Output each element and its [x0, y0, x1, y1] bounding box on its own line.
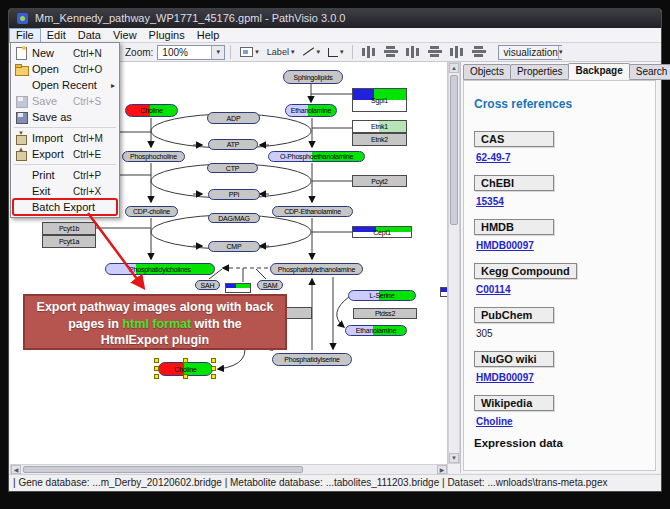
ethanolamine-top-node[interactable]: Ethanolamine [285, 104, 337, 117]
menu-item-new[interactable]: NewCtrl+N [11, 45, 119, 61]
label-tool-button[interactable]: Label ▾ [264, 44, 298, 60]
xref-section-title: ChEBI [474, 175, 554, 191]
canvas-vscrollbar[interactable]: ▲ ▼ [448, 62, 460, 464]
gene-under-annotation-node[interactable] [225, 283, 251, 293]
match-width-icon[interactable] [450, 46, 464, 58]
gene-partial-right-node[interactable] [285, 307, 312, 319]
window-title: Mm_Kennedy_pathway_WP1771_45176.gpml - P… [35, 12, 345, 24]
cept1-node[interactable]: Cept1 [352, 226, 412, 238]
menu-separator [14, 127, 116, 128]
sah-node[interactable]: SAH [195, 280, 220, 290]
choline-top-node[interactable]: Choline [125, 104, 178, 117]
phosphatidylserine-node[interactable]: Phosphatidylserine [272, 353, 352, 366]
etnk1-node[interactable]: Etnk1 [352, 120, 407, 133]
hscroll-thumb[interactable] [23, 466, 303, 473]
adp-node[interactable]: ADP [207, 112, 260, 124]
cdp-choline-node[interactable]: CDP-choline [125, 206, 178, 217]
distribute-horizontal-icon[interactable] [406, 46, 420, 58]
screenshot-root: Mm_Kennedy_pathway_WP1771_45176.gpml - P… [0, 0, 670, 509]
chevron-down-icon[interactable]: ▾ [211, 46, 224, 59]
distribute-vertical-icon[interactable] [428, 46, 442, 58]
ctp-node[interactable]: CTP [207, 163, 258, 173]
sgpl1-node[interactable]: Sgpl1 [352, 88, 407, 112]
scroll-left-icon[interactable]: ◀ [11, 465, 21, 474]
vscroll-thumb[interactable] [450, 75, 458, 225]
zoom-combobox[interactable]: 100% ▾ [157, 45, 225, 60]
ppi-node[interactable]: PPi [208, 189, 260, 200]
menu-shortcut: Ctrl+N [73, 48, 115, 59]
o-phosphoethanolamine-node[interactable]: O-Phosphoethanolamine [268, 151, 365, 162]
menu-view[interactable]: View [107, 28, 143, 43]
phosphocholine-node[interactable]: Phosphocholine [122, 151, 185, 162]
menu-item-label: Open Recent [32, 79, 111, 91]
zoom-value: 100% [162, 47, 188, 58]
visualization-combobox[interactable]: visualization ▾ [498, 45, 562, 60]
ptdss2-node[interactable]: Ptdss2 [353, 308, 417, 319]
menu-data[interactable]: Data [72, 28, 107, 43]
xref-link[interactable]: HMDB00097 [476, 372, 647, 383]
align-middle-icon[interactable] [384, 46, 398, 58]
tab-search[interactable]: Search [629, 64, 670, 80]
pcyt2-node[interactable]: Pcyt2 [352, 175, 407, 187]
menu-item-save-as[interactable]: Save as [11, 109, 119, 125]
menu-item-print[interactable]: PrintCtrl+P [11, 167, 119, 183]
scroll-right-icon[interactable]: ▶ [437, 465, 447, 474]
datanode-tool-button[interactable]: ▾ [237, 44, 262, 60]
annotation-line1: Export pathway images along with back [25, 299, 285, 316]
menu-item-batch-export[interactable]: Batch Export [11, 199, 119, 215]
selection-handle[interactable] [154, 366, 159, 371]
phosphatidylcholines-node[interactable]: Phosphatidylcholines [105, 263, 215, 275]
l-serine-node[interactable]: L-Serine [348, 290, 416, 301]
node-label: CTP [226, 165, 239, 172]
selection-handle[interactable] [183, 374, 188, 379]
line-tool-icon [302, 47, 314, 57]
align-center-icon[interactable] [362, 46, 376, 58]
sphingolipids-node[interactable]: Sphingolipids [283, 70, 343, 84]
match-height-icon[interactable] [472, 46, 486, 58]
menu-item-open[interactable]: OpenCtrl+O [11, 61, 119, 77]
tab-objects[interactable]: Objects [463, 64, 511, 80]
sam-node[interactable]: SAM [257, 280, 283, 290]
gene-partial-edge-node[interactable] [440, 287, 448, 297]
xref-link[interactable]: 15354 [476, 196, 647, 207]
etnk2-node[interactable]: Etnk2 [352, 133, 407, 146]
scroll-up-icon[interactable]: ▲ [449, 63, 459, 73]
cmp-node[interactable]: CMP [208, 241, 260, 252]
connector-tool-button[interactable]: ▾ [325, 44, 347, 60]
menu-plugins[interactable]: Plugins [143, 28, 191, 43]
cdp-ethanolamine-node[interactable]: CDP-Ethanolamine [272, 206, 353, 217]
menu-shortcut: Ctrl+X [73, 186, 115, 197]
xref-link[interactable]: Choline [476, 416, 647, 427]
menu-edit[interactable]: Edit [41, 28, 72, 43]
ethanolamine-bottom-node[interactable]: Ethanolamine [345, 325, 407, 336]
toolbar-separator [352, 45, 353, 59]
node-label: Cept1 [373, 229, 391, 236]
pcyt1a-node[interactable]: Pcyt1a [42, 235, 96, 248]
selection-handle[interactable] [154, 374, 159, 379]
menu-item-open-recent[interactable]: Open Recent▸ [11, 77, 119, 93]
menu-item-import[interactable]: ImportCtrl+M [11, 130, 119, 146]
xref-link[interactable]: 62-49-7 [476, 152, 647, 163]
selection-handle[interactable] [211, 358, 216, 363]
selection-handle[interactable] [154, 358, 159, 363]
tab-properties[interactable]: Properties [510, 64, 570, 80]
selection-handle[interactable] [211, 366, 216, 371]
xref-link[interactable]: C00114 [476, 284, 647, 295]
selection-handle[interactable] [211, 374, 216, 379]
menu-item-export[interactable]: ExportCtrl+E [11, 146, 119, 162]
xref-link[interactable]: HMDB00097 [476, 240, 647, 251]
selection-handle[interactable] [183, 358, 188, 363]
node-label: O-Phosphoethanolamine [280, 153, 353, 160]
chevron-down-icon[interactable]: ▾ [558, 46, 563, 59]
menu-help[interactable]: Help [191, 28, 226, 43]
phosphatidylethanolamine-node[interactable]: Phosphatidylethanolamine [270, 263, 363, 275]
dag-mag-node[interactable]: DAG/MAG [208, 213, 260, 223]
pcyt1b-node[interactable]: Pcyt1b [42, 222, 96, 235]
tab-backpage[interactable]: Backpage [568, 63, 629, 79]
datanode-tool-icon [240, 47, 253, 57]
scroll-down-icon[interactable]: ▼ [449, 453, 459, 463]
line-tool-button[interactable]: ▾ [299, 44, 323, 60]
menu-item-exit[interactable]: ExitCtrl+X [11, 183, 119, 199]
menu-file[interactable]: File [9, 28, 41, 43]
atp-node[interactable]: ATP [208, 139, 258, 150]
